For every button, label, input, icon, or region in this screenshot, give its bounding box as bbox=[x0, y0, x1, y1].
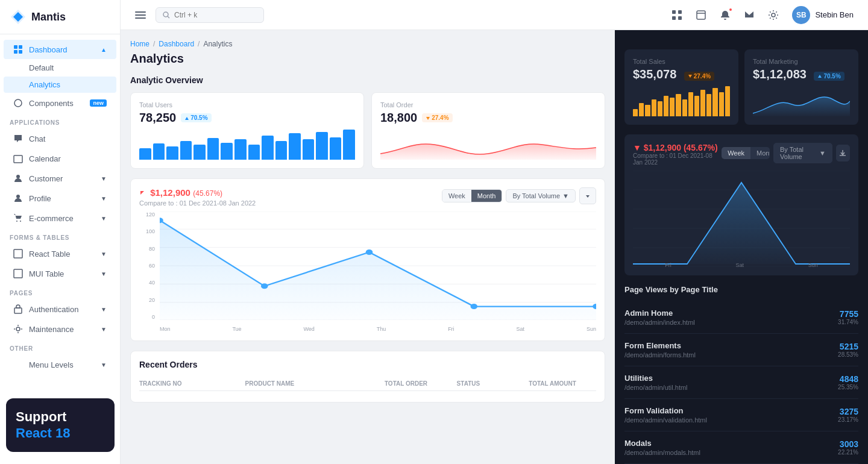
dark-month-btn[interactable]: Month bbox=[750, 147, 770, 159]
sidebar-item-maintenance[interactable]: Maintenance ▼ bbox=[4, 319, 116, 339]
dark-download-button[interactable] bbox=[836, 145, 850, 161]
orders-label: Total Order bbox=[380, 101, 596, 108]
svg-rect-16 bbox=[135, 17, 146, 19]
window-button[interactable] bbox=[691, 5, 711, 25]
menu-toggle-button[interactable] bbox=[130, 5, 151, 25]
apps-button[interactable] bbox=[667, 5, 687, 25]
mui-table-icon bbox=[13, 269, 23, 278]
dark-income-chart: ▼ $1,12,900 (45.67%) Compare to : 01 Dec… bbox=[624, 134, 858, 275]
breadcrumb-home[interactable]: Home bbox=[130, 40, 149, 48]
svg-point-8 bbox=[16, 221, 17, 222]
marketing-chart bbox=[753, 86, 850, 116]
income-overview: $1,12,900 (45.67%) Compare to : 01 Dec 2… bbox=[130, 178, 605, 341]
notification-button[interactable] bbox=[715, 5, 735, 25]
sidebar-item-ecommerce[interactable]: E-commerce ▼ bbox=[4, 208, 116, 228]
maintenance-label: Maintenance bbox=[29, 325, 74, 334]
pv-title-1: Admin Home bbox=[624, 309, 838, 318]
marketing-badge: 70.5% bbox=[814, 72, 844, 81]
search-box[interactable] bbox=[156, 7, 264, 23]
stat-card-users: Total Users 78,250 70.5% bbox=[130, 92, 364, 169]
pv-path-3: /demo/admin/util.html bbox=[624, 384, 838, 391]
sidebar-item-menu-levels[interactable]: Menu Levels ▼ bbox=[4, 355, 116, 374]
support-toast-sub: React 18 bbox=[16, 425, 105, 441]
chart-yaxis: 120100806040200 bbox=[139, 212, 157, 320]
page-views-title: Page Views by Page Title bbox=[624, 285, 858, 294]
section-other: Other bbox=[0, 339, 120, 354]
chat-label: Chat bbox=[29, 134, 45, 143]
col-total-order: TOTAL ORDER bbox=[385, 380, 452, 387]
breadcrumb-dashboard[interactable]: Dashboard bbox=[159, 40, 194, 48]
sidebar-item-chat[interactable]: Chat bbox=[4, 129, 116, 148]
components-icon bbox=[13, 98, 23, 108]
default-label: Default bbox=[29, 63, 54, 72]
income-header: $1,12,900 (45.67%) Compare to : 01 Dec 2… bbox=[139, 187, 596, 207]
sidebar-item-dashboard[interactable]: Dashboard ▲ bbox=[4, 40, 116, 59]
main-wrapper: SB Stebin Ben Home / Dashboard / Analyti… bbox=[121, 0, 868, 464]
svg-point-34 bbox=[470, 304, 477, 309]
income-value-row: $1,12,900 (45.67%) bbox=[139, 187, 256, 198]
analytic-overview-title: Analytic Overview bbox=[130, 75, 605, 85]
svg-point-23 bbox=[772, 13, 775, 17]
svg-rect-21 bbox=[678, 16, 682, 20]
sidebar-logo[interactable]: Mantis bbox=[0, 0, 120, 34]
income-left: $1,12,900 (45.67%) Compare to : 01 Dec 2… bbox=[139, 187, 256, 207]
svg-rect-5 bbox=[14, 155, 22, 163]
support-toast[interactable]: Support React 18 bbox=[6, 398, 115, 452]
dashboard-label: Dashboard bbox=[29, 45, 68, 54]
profile-label: Profile bbox=[29, 194, 51, 203]
message-button[interactable] bbox=[739, 5, 760, 25]
ecommerce-chevron: ▼ bbox=[101, 215, 107, 222]
react-table-chevron: ▼ bbox=[101, 251, 107, 257]
search-input[interactable] bbox=[174, 11, 247, 19]
users-badge: 70.5% bbox=[181, 113, 211, 122]
dark-chart-area: Fri Sat Sun bbox=[633, 171, 850, 267]
svg-rect-2 bbox=[14, 50, 17, 54]
download-button[interactable] bbox=[579, 187, 596, 204]
trend-down-icon bbox=[426, 116, 430, 121]
breadcrumb-sep2: / bbox=[198, 40, 200, 48]
content-area: Home / Dashboard / Analytics Analytics A… bbox=[121, 30, 868, 464]
topbar: SB Stebin Ben bbox=[121, 0, 868, 30]
pv-count-4: 3275 bbox=[838, 407, 858, 416]
sales-trend-icon bbox=[688, 74, 693, 78]
ecommerce-icon bbox=[13, 213, 23, 223]
orders-chart bbox=[380, 130, 596, 160]
stat-card-orders: Total Order 18,800 27.4% bbox=[371, 92, 605, 169]
dashboard-chevron: ▲ bbox=[101, 46, 107, 53]
pv-path-2: /demo/admin/forms.html bbox=[624, 351, 838, 359]
sidebar-item-react-table[interactable]: React Table ▼ bbox=[4, 244, 116, 263]
search-icon bbox=[162, 11, 171, 19]
sidebar-item-mui-table[interactable]: MUI Table ▼ bbox=[4, 264, 116, 283]
settings-button[interactable] bbox=[763, 5, 784, 25]
notification-dot bbox=[728, 7, 733, 12]
sales-badge: 27.4% bbox=[684, 72, 714, 81]
week-button[interactable]: Week bbox=[442, 190, 471, 202]
page-view-row-2: Form Elements /demo/admin/forms.html 521… bbox=[624, 334, 858, 366]
sidebar-item-components[interactable]: Components new bbox=[4, 93, 116, 113]
dark-volume-dropdown[interactable]: By Total Volume ▼ bbox=[773, 143, 832, 163]
svg-point-13 bbox=[16, 327, 20, 331]
pv-title-3: Utilities bbox=[624, 374, 838, 383]
sidebar-item-authentication[interactable]: Authentication ▼ bbox=[4, 299, 116, 319]
pv-pct-2: 28.53% bbox=[838, 351, 858, 358]
user-area[interactable]: SB Stebin Ben bbox=[787, 4, 858, 27]
col-product: PRODUCT NAME bbox=[245, 380, 380, 387]
dark-controls: Week Month By Total Volume ▼ bbox=[722, 143, 850, 163]
avatar: SB bbox=[792, 6, 810, 24]
svg-point-17 bbox=[163, 12, 168, 17]
pv-title-2: Form Elements bbox=[624, 341, 838, 350]
income-down-icon bbox=[139, 190, 145, 196]
orders-value-row: 18,800 27.4% bbox=[380, 111, 596, 125]
month-button[interactable]: Month bbox=[471, 190, 502, 202]
svg-point-4 bbox=[14, 99, 22, 107]
dark-week-btn[interactable]: Week bbox=[722, 147, 750, 159]
sidebar-sub-default[interactable]: Default bbox=[4, 60, 116, 76]
sidebar-item-calendar[interactable]: Calendar bbox=[4, 149, 116, 168]
volume-dropdown[interactable]: By Total Volume ▼ bbox=[506, 189, 576, 202]
sidebar-item-profile[interactable]: Profile ▼ bbox=[4, 189, 116, 208]
sidebar-item-customer[interactable]: Customer ▼ bbox=[4, 169, 116, 188]
components-badge: new bbox=[90, 99, 107, 107]
marketing-value: $1,12,083 bbox=[753, 67, 807, 81]
page-view-row-3: Utilities /demo/admin/util.html 4848 25.… bbox=[624, 366, 858, 399]
sidebar-sub-analytics[interactable]: Analytics bbox=[4, 77, 116, 93]
